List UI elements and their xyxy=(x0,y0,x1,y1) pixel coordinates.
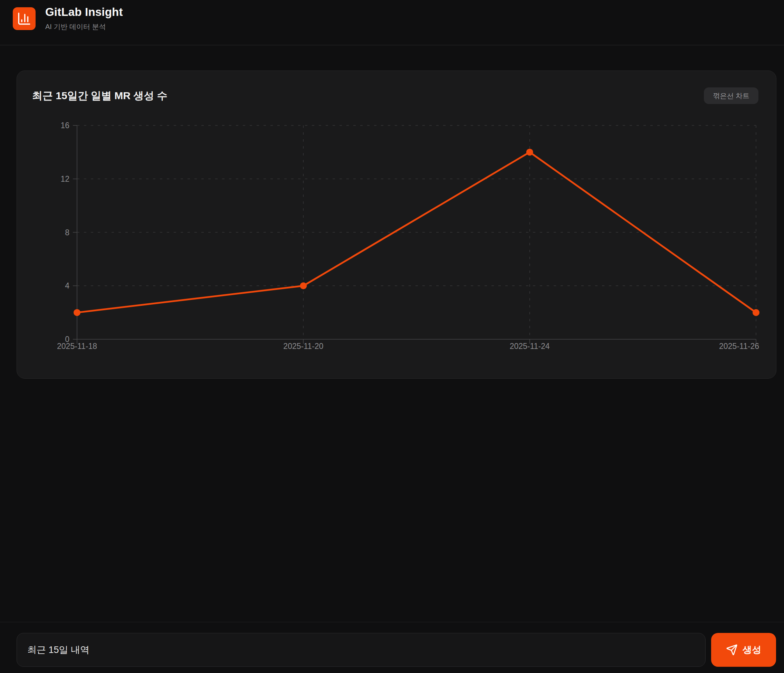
x-tick-label: 2025-11-18 xyxy=(57,342,97,351)
app-header: GitLab Insight AI 기반 데이터 분석 xyxy=(0,0,784,45)
y-tick-label: 12 xyxy=(61,174,69,184)
send-icon xyxy=(726,644,738,656)
prompt-input[interactable] xyxy=(17,633,706,667)
data-point xyxy=(300,282,307,289)
y-tick-label: 4 xyxy=(65,281,69,290)
y-tick-label: 8 xyxy=(65,228,69,237)
data-point xyxy=(526,148,533,156)
app-subtitle: AI 기반 데이터 분석 xyxy=(45,22,123,31)
chart-card: 최근 15일간 일별 MR 생성 수 꺾은선 차트 04812162025-11… xyxy=(17,70,776,379)
data-point xyxy=(753,309,759,316)
x-tick-label: 2025-11-20 xyxy=(283,342,323,351)
data-point xyxy=(73,309,81,316)
x-tick-label: 2025-11-26 xyxy=(719,342,759,351)
x-tick-label: 2025-11-24 xyxy=(510,342,550,351)
generate-button[interactable]: 생성 xyxy=(711,633,776,667)
mr-line-chart: 04812162025-11-182025-11-202025-11-24202… xyxy=(17,71,777,379)
bar-chart-icon xyxy=(17,11,31,26)
app-title: GitLab Insight xyxy=(45,6,123,19)
y-tick-label: 16 xyxy=(61,121,69,130)
generate-button-label: 생성 xyxy=(742,643,761,656)
prompt-bar: 생성 xyxy=(0,622,784,673)
app-logo xyxy=(13,7,36,30)
